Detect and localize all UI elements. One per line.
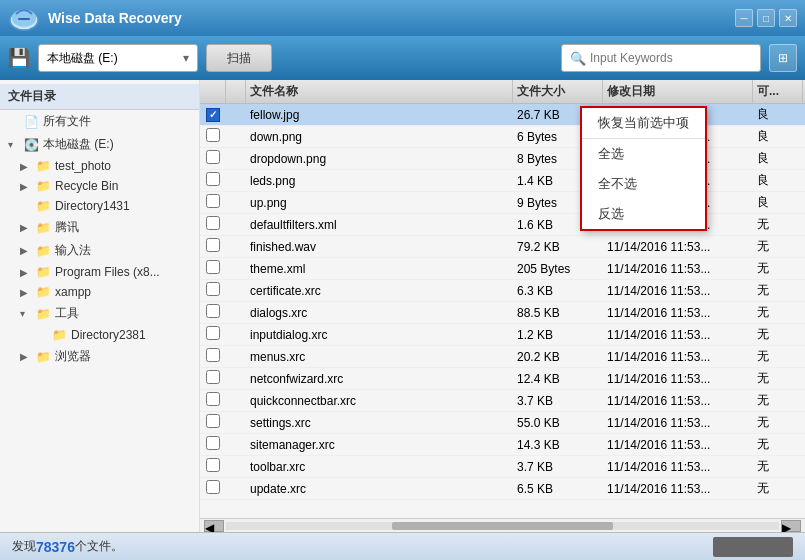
table-row[interactable]: theme.xml 205 Bytes 11/14/2016 11:53... … xyxy=(200,258,805,280)
table-row[interactable]: update.xrc 6.5 KB 11/14/2016 11:53... 无 xyxy=(200,478,805,500)
table-row[interactable]: certificate.xrc 6.3 KB 11/14/2016 11:53.… xyxy=(200,280,805,302)
sidebar-item-browser[interactable]: ▶ 📁 浏览器 xyxy=(0,345,199,368)
row-checkbox[interactable] xyxy=(202,258,226,279)
sidebar-item-dir1431[interactable]: 📁 Directory1431 xyxy=(0,196,199,216)
row-checkbox[interactable] xyxy=(202,170,226,191)
table-row[interactable]: down.png 6 Bytes 11/14/2016 11:53... 良 xyxy=(200,126,805,148)
drive-label: 本地磁盘 (E:) xyxy=(47,50,118,67)
table-row[interactable]: inputdialog.xrc 1.2 KB 11/14/2016 11:53.… xyxy=(200,324,805,346)
folder-icon: 📁 xyxy=(36,244,51,258)
sidebar-item-dir2381[interactable]: 📁 Directory2381 xyxy=(0,325,199,345)
sidebar-item-recycle-bin[interactable]: ▶ 📁 Recycle Bin xyxy=(0,176,199,196)
drive-icon: 💾 xyxy=(8,47,30,69)
context-menu-item-restore[interactable]: 恢复当前选中项 xyxy=(582,108,705,138)
table-row[interactable]: defaultfilters.xml 1.6 KB 11/14/2016 11:… xyxy=(200,214,805,236)
table-row[interactable]: finished.wav 79.2 KB 11/14/2016 11:53...… xyxy=(200,236,805,258)
row-checkbox[interactable] xyxy=(202,148,226,169)
row-filename: certificate.xrc xyxy=(246,282,513,300)
row-checkbox[interactable] xyxy=(202,368,226,389)
col-filename[interactable]: 文件名称 xyxy=(246,80,513,103)
titlebar: Wise Data Recovery ─ □ ✕ xyxy=(0,0,805,36)
context-menu-item-invert[interactable]: 反选 xyxy=(582,199,705,229)
table-row[interactable]: settings.xrc 55.0 KB 11/14/2016 11:53...… xyxy=(200,412,805,434)
folder-icon: 📁 xyxy=(36,221,51,235)
row-checkbox[interactable] xyxy=(202,346,226,367)
row-quality: 无 xyxy=(753,390,803,411)
row-date: 11/14/2016 11:53... xyxy=(603,392,753,410)
row-status xyxy=(226,157,246,161)
row-quality: 良 xyxy=(753,192,803,213)
row-date: 11/14/2016 11:53... xyxy=(603,238,753,256)
statusbar-suffix: 个文件。 xyxy=(75,538,123,555)
row-checkbox[interactable] xyxy=(202,192,226,213)
row-size: 205 Bytes xyxy=(513,260,603,278)
table-row[interactable]: netconfwizard.xrc 12.4 KB 11/14/2016 11:… xyxy=(200,368,805,390)
close-button[interactable]: ✕ xyxy=(779,9,797,27)
row-status xyxy=(226,311,246,315)
row-checkbox[interactable] xyxy=(202,126,226,147)
statusbar: 发现 78376 个文件。 xyxy=(0,532,805,560)
file-list-body[interactable]: ✓ fellow.jpg 26.7 KB 8/10/2017 2:55:2...… xyxy=(200,104,805,518)
search-input[interactable] xyxy=(590,51,752,65)
sidebar-item-tools[interactable]: ▾ 📁 工具 xyxy=(0,302,199,325)
sidebar-item-all-files[interactable]: 📄 所有文件 xyxy=(0,110,199,133)
context-menu-item-deselect-all[interactable]: 全不选 xyxy=(582,169,705,199)
table-row[interactable]: toolbar.xrc 3.7 KB 11/14/2016 11:53... 无 xyxy=(200,456,805,478)
row-checkbox[interactable] xyxy=(202,412,226,433)
arrow-icon: ▶ xyxy=(20,351,32,362)
scroll-left-button[interactable]: ◀ xyxy=(204,520,224,532)
scroll-right-button[interactable]: ▶ xyxy=(781,520,801,532)
scroll-thumb[interactable] xyxy=(392,522,613,530)
row-size: 79.2 KB xyxy=(513,238,603,256)
layout-toggle-button[interactable]: ⊞ xyxy=(769,44,797,72)
row-checkbox[interactable] xyxy=(202,478,226,499)
table-row[interactable]: sitemanager.xrc 14.3 KB 11/14/2016 11:53… xyxy=(200,434,805,456)
app-title: Wise Data Recovery xyxy=(48,10,182,26)
context-menu-item-select-all[interactable]: 全选 xyxy=(582,139,705,169)
row-checkbox[interactable]: ✓ xyxy=(202,105,226,124)
row-checkbox[interactable] xyxy=(202,236,226,257)
sidebar-item-test-photo[interactable]: ▶ 📁 test_photo xyxy=(0,156,199,176)
sidebar-item-xampp[interactable]: ▶ 📁 xampp xyxy=(0,282,199,302)
row-filename: inputdialog.xrc xyxy=(246,326,513,344)
row-size: 3.7 KB xyxy=(513,392,603,410)
svg-rect-2 xyxy=(18,18,30,20)
row-checkbox[interactable] xyxy=(202,324,226,345)
row-filename: fellow.jpg xyxy=(246,106,513,124)
row-quality: 无 xyxy=(753,258,803,279)
table-row[interactable]: leds.png 1.4 KB 11/14/2016 11:53... 良 xyxy=(200,170,805,192)
row-filename: dialogs.xrc xyxy=(246,304,513,322)
table-row[interactable]: up.png 9 Bytes 11/14/2016 11:53... 良 xyxy=(200,192,805,214)
horizontal-scrollbar[interactable]: ◀ ▶ xyxy=(200,518,805,532)
sidebar-item-input-method[interactable]: ▶ 📁 输入法 xyxy=(0,239,199,262)
row-checkbox[interactable] xyxy=(202,434,226,455)
table-row[interactable]: dialogs.xrc 88.5 KB 11/14/2016 11:53... … xyxy=(200,302,805,324)
col-date[interactable]: 修改日期 xyxy=(603,80,753,103)
app-logo-icon xyxy=(8,2,40,34)
sidebar-item-program-files[interactable]: ▶ 📁 Program Files (x8... xyxy=(0,262,199,282)
col-size[interactable]: 文件大小 xyxy=(513,80,603,103)
table-row[interactable]: dropdown.png 8 Bytes 11/14/2016 11:53...… xyxy=(200,148,805,170)
col-quality[interactable]: 可... xyxy=(753,80,803,103)
table-row[interactable]: quickconnectbar.xrc 3.7 KB 11/14/2016 11… xyxy=(200,390,805,412)
search-icon: 🔍 xyxy=(570,51,586,66)
scan-button[interactable]: 扫描 xyxy=(206,44,272,72)
minimize-button[interactable]: ─ xyxy=(735,9,753,27)
sidebar-item-label: Directory1431 xyxy=(55,199,130,213)
table-row[interactable]: menus.xrc 20.2 KB 11/14/2016 11:53... 无 xyxy=(200,346,805,368)
row-checkbox[interactable] xyxy=(202,214,226,235)
sidebar-item-tencent[interactable]: ▶ 📁 腾讯 xyxy=(0,216,199,239)
row-checkbox[interactable] xyxy=(202,302,226,323)
table-row[interactable]: ✓ fellow.jpg 26.7 KB 8/10/2017 2:55:2...… xyxy=(200,104,805,126)
row-checkbox[interactable] xyxy=(202,456,226,477)
row-quality: 无 xyxy=(753,456,803,477)
row-checkbox[interactable] xyxy=(202,390,226,411)
sidebar-item-drive-e[interactable]: ▾ 💽 本地磁盘 (E:) xyxy=(0,133,199,156)
row-quality: 良 xyxy=(753,126,803,147)
row-checkbox[interactable] xyxy=(202,280,226,301)
maximize-button[interactable]: □ xyxy=(757,9,775,27)
sidebar-item-label: Directory2381 xyxy=(71,328,146,342)
row-size: 6.5 KB xyxy=(513,480,603,498)
drive-selector[interactable]: 本地磁盘 (E:) ▾ xyxy=(38,44,198,72)
row-size: 20.2 KB xyxy=(513,348,603,366)
